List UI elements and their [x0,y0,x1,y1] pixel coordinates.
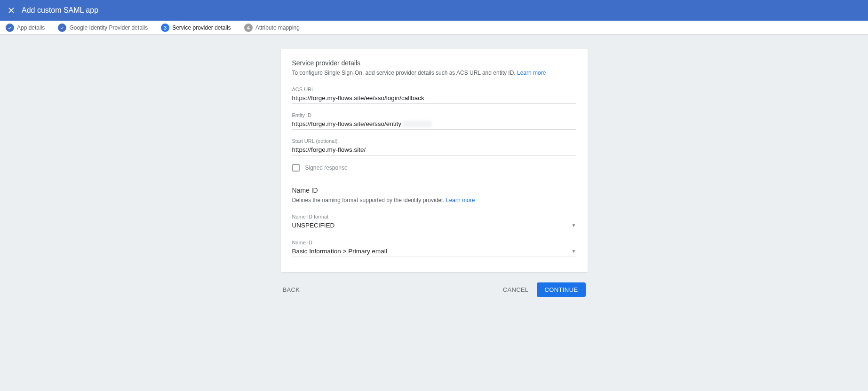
redacted-segment [403,121,431,127]
step-separator: — [48,24,54,31]
close-icon[interactable] [6,5,17,16]
field-acs-url: ACS URL [292,86,576,104]
field-label: Name ID format [292,214,576,219]
field-label: Entity ID [292,112,576,118]
step-number-icon: 4 [244,23,253,32]
section-title-spd: Service provider details [292,59,576,67]
nameid-select[interactable]: Basic Information > Primary email ▼ [292,246,576,257]
field-start-url: Start URL (optional) [292,138,576,156]
acs-url-input[interactable] [292,93,576,104]
action-row: BACK CANCEL CONTINUE [281,282,588,297]
field-entity-id: Entity ID https://forge.my-flows.site/ee… [292,112,576,130]
entity-id-value[interactable]: https://forge.my-flows.site/ee/sso/entit… [292,120,402,127]
step-separator: — [235,24,240,31]
step-sp-details[interactable]: 3 Service provider details [161,23,231,32]
signed-response-row: Signed response [292,164,576,172]
chevron-down-icon: ▼ [572,223,576,228]
step-number-icon: 3 [161,23,169,32]
continue-button[interactable]: CONTINUE [537,282,585,297]
checkmark-icon [6,23,14,32]
select-value: UNSPECIFIED [292,222,335,229]
field-nameid: Name ID Basic Information > Primary emai… [292,240,576,257]
checkbox-label: Signed response [305,164,348,171]
step-label: Attribute mapping [255,24,300,31]
select-value: Basic Information > Primary email [292,248,387,255]
learn-more-link[interactable]: Learn more [446,197,475,203]
signed-response-checkbox[interactable] [292,164,300,172]
step-label: App details [17,24,45,31]
field-label: Name ID [292,240,576,245]
section-desc-text: To configure Single Sign-On, add service… [292,70,517,76]
section-desc-nameid: Defines the naming format supported by t… [292,197,576,203]
learn-more-link[interactable]: Learn more [517,70,546,76]
step-label: Google Identity Provider details [69,24,148,31]
step-app-details[interactable]: App details [6,23,45,32]
chevron-down-icon: ▼ [572,249,576,254]
page-body: Service provider details To configure Si… [0,35,868,297]
step-idp-details[interactable]: Google Identity Provider details [58,23,148,32]
section-desc-text: Defines the naming format supported by t… [292,197,446,203]
back-button[interactable]: BACK [283,286,300,293]
section-desc-spd: To configure Single Sign-On, add service… [292,70,576,76]
section-title-nameid: Name ID [292,187,576,194]
stepper: App details — Google Identity Provider d… [0,21,868,35]
checkmark-icon [58,23,66,32]
step-separator: — [151,24,157,31]
step-attribute-mapping: 4 Attribute mapping [244,23,300,32]
form-card: Service provider details To configure Si… [281,49,588,272]
dialog-title: Add custom SAML app [22,6,98,15]
field-nameid-format: Name ID format UNSPECIFIED ▼ [292,214,576,231]
dialog-header: Add custom SAML app [0,0,868,21]
step-label: Service provider details [172,24,231,31]
cancel-button[interactable]: CANCEL [503,286,529,293]
field-label: Start URL (optional) [292,138,576,144]
field-label: ACS URL [292,86,576,92]
nameid-format-select[interactable]: UNSPECIFIED ▼ [292,220,576,231]
start-url-input[interactable] [292,145,576,156]
